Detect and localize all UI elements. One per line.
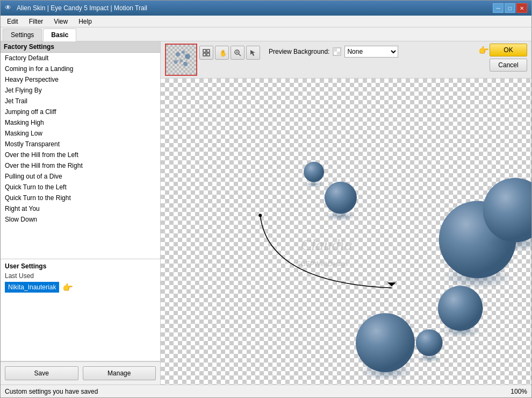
- app-icon: 👁: [5, 4, 13, 12]
- preview-canvas: Claudia CGEPWebDesign: [161, 79, 531, 385]
- top-right-area: ✋ Pre: [161, 41, 531, 79]
- maximize-button[interactable]: □: [505, 3, 515, 13]
- preset-list-container[interactable]: Factory Default Coming in for a Landing …: [1, 53, 160, 259]
- watermark-site: CGEPWebDesign: [296, 260, 348, 268]
- ok-button[interactable]: 👉 OK: [490, 44, 527, 56]
- preset-item-masking-low[interactable]: Masking Low: [1, 128, 160, 139]
- left-panel: Factory Settings Factory Default Coming …: [1, 41, 161, 385]
- thumbnail-container: [165, 44, 197, 76]
- user-settings-area: User Settings Last Used Nikita_Inauteria…: [1, 259, 160, 361]
- menu-filter[interactable]: Filter: [25, 17, 48, 26]
- preset-item-quick-right[interactable]: Quick Turn to the Right: [1, 193, 160, 203]
- svg-point-31: [258, 214, 262, 217]
- svg-point-5: [182, 51, 185, 54]
- preview-bg-control: Preview Background: None White Black Cus…: [264, 46, 398, 58]
- svg-rect-22: [337, 52, 341, 55]
- preset-item-jet-flying[interactable]: Jet Flying By: [1, 85, 160, 96]
- bottom-buttons: Save Manage: [1, 361, 160, 385]
- last-used-label: Last Used: [5, 272, 156, 280]
- menu-view[interactable]: View: [49, 17, 72, 26]
- svg-point-8: [174, 60, 178, 64]
- svg-rect-10: [203, 49, 206, 52]
- tool-zoom-button[interactable]: [231, 46, 245, 60]
- svg-text:✋: ✋: [219, 49, 226, 56]
- preset-item-over-hill-right[interactable]: Over the Hill from the Right: [1, 160, 160, 171]
- pan-icon: ✋: [218, 49, 226, 56]
- preset-item-heavy[interactable]: Heavy Perspective: [1, 74, 160, 85]
- svg-point-9: [183, 62, 188, 66]
- save-button[interactable]: Save: [5, 366, 78, 380]
- preset-item-pulling-dive[interactable]: Pulling out of a Dive: [1, 171, 160, 182]
- preset-item-jet-trail[interactable]: Jet Trail: [1, 96, 160, 106]
- svg-point-6: [185, 54, 190, 59]
- zoom-level: 100%: [511, 388, 527, 395]
- pointing-hand-icon: 👉: [62, 282, 73, 293]
- preset-item-mostly-transparent[interactable]: Mostly Transparent: [1, 139, 160, 150]
- toolbar-tools: ✋: [199, 46, 260, 60]
- preset-item-slow-down[interactable]: Slow Down: [1, 214, 160, 225]
- bg-preview-icon: [333, 47, 341, 56]
- select-icon: [249, 49, 257, 56]
- title-controls: ─ □ ✕: [493, 3, 527, 13]
- right-panel: ✋ Pre: [161, 41, 531, 385]
- cancel-button[interactable]: Cancel: [490, 59, 527, 72]
- preset-area: Factory Settings Factory Default Coming …: [1, 41, 160, 259]
- close-button[interactable]: ✕: [516, 3, 527, 13]
- preset-item-right-at-you[interactable]: Right at You: [1, 203, 160, 214]
- ok-cancel-area: 👉 OK Cancel: [490, 44, 527, 72]
- tabs-bar: Settings Basic: [1, 27, 531, 41]
- grid-icon: [203, 49, 210, 56]
- svg-point-28: [325, 182, 357, 214]
- title-text: Alien Skin | Eye Candy 5 Impact | Motion…: [17, 4, 147, 12]
- ok-hand-icon: 👉: [478, 45, 489, 55]
- svg-rect-11: [207, 49, 210, 52]
- preview-bg-select[interactable]: None White Black Custom: [344, 46, 398, 58]
- tool-select-button[interactable]: [246, 46, 260, 60]
- tab-basic[interactable]: Basic: [43, 29, 76, 41]
- minimize-button[interactable]: ─: [493, 3, 504, 13]
- tool-pan-button[interactable]: ✋: [215, 46, 229, 60]
- preset-item-coming-in[interactable]: Coming in for a Landing: [1, 63, 160, 74]
- preset-item-over-hill-left[interactable]: Over the Hill from the Left: [1, 150, 160, 160]
- status-message: Custom settings you have saved: [5, 388, 98, 395]
- svg-point-38: [416, 329, 443, 356]
- svg-point-4: [176, 52, 180, 56]
- svg-rect-13: [207, 53, 210, 56]
- preset-item-masking-high[interactable]: Masking High: [1, 117, 160, 128]
- main-layout: Factory Settings Factory Default Coming …: [1, 41, 531, 385]
- menu-help[interactable]: Help: [74, 17, 96, 26]
- preset-item-factory-default[interactable]: Factory Default: [1, 53, 160, 63]
- menu-bar: Edit Filter View Help: [1, 16, 531, 27]
- svg-line-16: [239, 54, 241, 56]
- title-bar: 👁 Alien Skin | Eye Candy 5 Impact | Moti…: [1, 1, 531, 16]
- user-settings-header: User Settings: [5, 262, 156, 270]
- preset-item-quick-left[interactable]: Quick Turn to the Left: [1, 182, 160, 193]
- tool-grid-button[interactable]: [199, 46, 213, 60]
- title-bar-left: 👁 Alien Skin | Eye Candy 5 Impact | Moti…: [5, 4, 147, 12]
- status-bar: Custom settings you have saved 100%: [1, 385, 531, 397]
- preset-list-header: Factory Settings: [1, 41, 160, 53]
- zoom-icon: [234, 49, 241, 56]
- user-preset-selected[interactable]: Nikita_Inauteriak: [5, 282, 59, 293]
- preset-item-jumping[interactable]: Jumping off a Cliff: [1, 106, 160, 117]
- preview-bg-label: Preview Background:: [269, 48, 329, 55]
- thumbnail-image: [166, 45, 196, 75]
- svg-point-7: [179, 59, 183, 62]
- svg-point-30: [304, 162, 324, 182]
- preview-scene: Claudia CGEPWebDesign: [161, 79, 531, 385]
- svg-marker-32: [387, 282, 396, 286]
- tab-settings[interactable]: Settings: [3, 29, 42, 41]
- watermark-claudia: Claudia: [300, 236, 352, 253]
- svg-point-34: [356, 313, 415, 372]
- svg-rect-21: [333, 48, 337, 52]
- svg-marker-19: [250, 50, 255, 56]
- menu-edit[interactable]: Edit: [3, 17, 23, 26]
- svg-rect-12: [203, 53, 206, 56]
- manage-button[interactable]: Manage: [83, 366, 156, 380]
- svg-point-36: [438, 286, 483, 331]
